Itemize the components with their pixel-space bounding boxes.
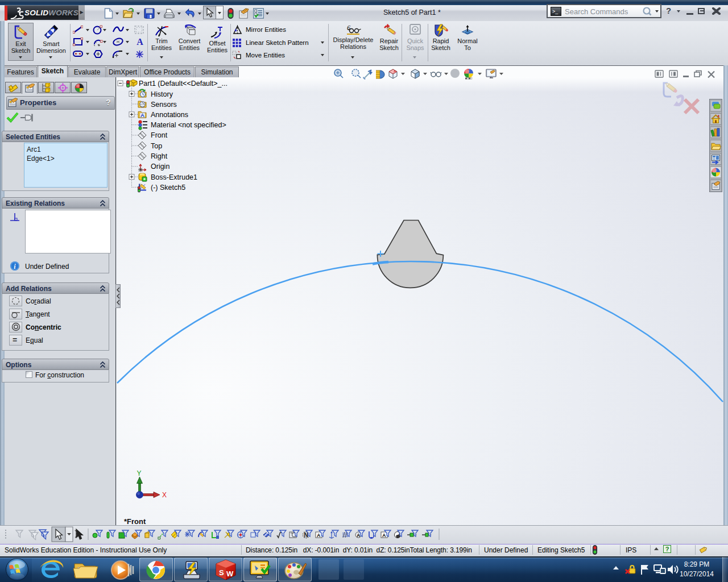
svg-text:(-) Sketch5: (-) Sketch5 bbox=[151, 184, 185, 192]
svg-text:N: N bbox=[304, 532, 308, 538]
svg-text:Right: Right bbox=[151, 152, 168, 160]
svg-text:S: S bbox=[219, 568, 224, 577]
svg-text:History: History bbox=[151, 90, 173, 98]
svg-text:Top: Top bbox=[151, 142, 162, 150]
svg-text:A: A bbox=[382, 533, 386, 538]
svg-text:A: A bbox=[317, 533, 321, 538]
svg-text:Annotations: Annotations bbox=[151, 111, 188, 119]
svg-text:A: A bbox=[136, 37, 143, 47]
svg-text:A: A bbox=[357, 533, 361, 538]
svg-text:W: W bbox=[226, 569, 234, 578]
svg-text:Sensors: Sensors bbox=[151, 101, 177, 109]
svg-text:A: A bbox=[140, 112, 144, 118]
svg-text:Origin: Origin bbox=[151, 163, 169, 171]
svg-text:X: X bbox=[162, 491, 167, 499]
svg-text:Front: Front bbox=[151, 131, 168, 139]
svg-text:Part1 (Default<<Default>_...: Part1 (Default<<Default>_... bbox=[139, 80, 228, 88]
svg-text:Y: Y bbox=[137, 469, 142, 477]
svg-text:Material <not specified>: Material <not specified> bbox=[151, 121, 226, 129]
svg-text:Boss-Extrude1: Boss-Extrude1 bbox=[151, 173, 197, 181]
